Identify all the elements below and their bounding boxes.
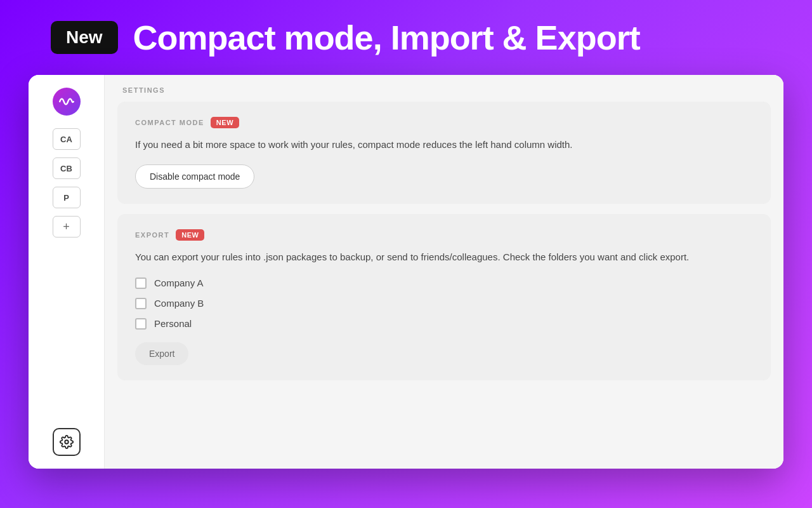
hero-title: Compact mode, Import & Export: [133, 18, 640, 57]
sidebar-item-cb[interactable]: CB: [53, 157, 81, 179]
app-logo[interactable]: [53, 88, 81, 116]
disable-compact-mode-button[interactable]: Disable compact mode: [135, 164, 254, 189]
svg-point-0: [65, 440, 69, 444]
checkbox-company-a[interactable]: [135, 277, 147, 289]
app-container: CA CB P + SETTINGS COMPACT MODE NEW If y…: [29, 75, 783, 469]
checkbox-personal[interactable]: [135, 318, 147, 330]
checkbox-company-b[interactable]: [135, 298, 147, 309]
compact-mode-badge: NEW: [211, 117, 239, 128]
sidebar-item-ca[interactable]: CA: [53, 128, 81, 150]
export-button[interactable]: Export: [135, 342, 188, 365]
compact-mode-description: If you need a bit more space to work wit…: [135, 137, 753, 152]
sidebar-item-p[interactable]: P: [53, 187, 81, 208]
export-folder-company-b: Company B: [135, 298, 753, 309]
checkbox-company-b-label: Company B: [154, 298, 204, 309]
compact-mode-title: COMPACT MODE: [135, 119, 204, 126]
new-badge-hero: New: [51, 21, 118, 54]
export-card: EXPORT NEW You can export your rules int…: [117, 214, 771, 380]
checkbox-company-a-label: Company A: [154, 277, 204, 288]
compact-mode-header: COMPACT MODE NEW: [135, 117, 753, 128]
settings-button[interactable]: [53, 428, 81, 456]
checkbox-personal-label: Personal: [154, 318, 192, 329]
export-folder-company-a: Company A: [135, 277, 753, 289]
export-folder-personal: Personal: [135, 318, 753, 330]
settings-section-header: SETTINGS: [105, 75, 783, 102]
export-title: EXPORT: [135, 231, 169, 239]
add-item-button[interactable]: +: [53, 216, 81, 237]
sidebar: CA CB P +: [29, 75, 105, 469]
export-badge: NEW: [176, 229, 204, 241]
export-description: You can export your rules into .json pac…: [135, 250, 753, 264]
compact-mode-card: COMPACT MODE NEW If you need a bit more …: [117, 102, 771, 204]
header-banner: New Compact mode, Import & Export: [0, 0, 812, 75]
export-header: EXPORT NEW: [135, 229, 753, 241]
export-folder-list: Company A Company B Personal: [135, 277, 753, 330]
gear-icon: [60, 435, 74, 449]
main-content: SETTINGS COMPACT MODE NEW If you need a …: [105, 75, 783, 469]
